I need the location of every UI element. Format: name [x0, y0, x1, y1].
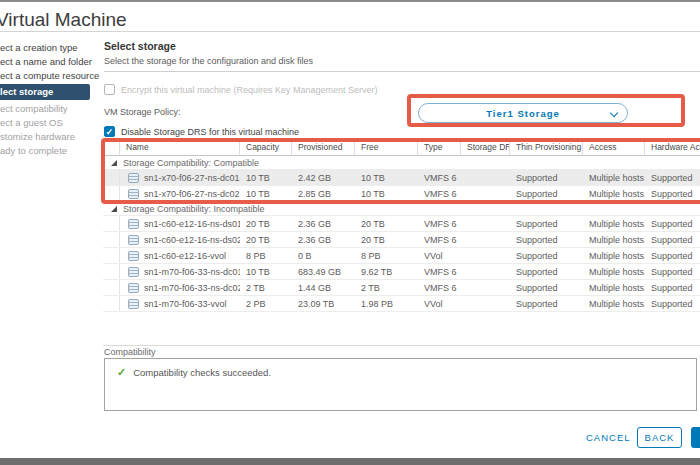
datastore-icon [128, 267, 139, 277]
type-cell: VMFS 6 [418, 216, 461, 231]
datastore-icon [128, 235, 139, 245]
disable-drs-checkbox-row: ✓ Disable Storage DRS for this virtual m… [104, 126, 299, 137]
disable-drs-label: Disable Storage DRS for this virtual mac… [121, 127, 299, 137]
hardware-acceleration-cell: Supported [645, 296, 700, 311]
group-label-compatible: Storage Compatibility: Compatible [123, 158, 259, 168]
access-cell: Multiple hosts [583, 280, 645, 295]
disable-drs-checkbox[interactable]: ✓ [104, 126, 115, 137]
step-select-compatibility[interactable]: ect compatibility [0, 102, 100, 116]
table-row[interactable]: sn1-x70-f06-27-ns-dc02 10 TB 2.85 GB 10 … [103, 186, 700, 202]
step-customize-hardware[interactable]: stomize hardware [0, 130, 100, 144]
group-row-incompatible[interactable]: Storage Compatibility: Incompatible [103, 202, 700, 216]
free-cell: 1.98 PB [355, 296, 418, 311]
table-row[interactable]: sn1-x70-f06-27-ns-dc01 10 TB 2.42 GB 10 … [103, 170, 700, 186]
col-header-provisioned[interactable]: Provisioned [292, 140, 355, 155]
col-header-type[interactable]: Type [418, 140, 461, 155]
row-gutter [103, 264, 120, 279]
capacity-cell: 10 TB [240, 186, 292, 201]
table-row[interactable]: sn1-m70-f06-33-ns-dc01 10 TB 683.49 GB 9… [103, 264, 700, 280]
encrypt-vm-checkbox[interactable] [104, 84, 115, 95]
hardware-acceleration-cell: Supported [645, 170, 700, 185]
access-cell: Multiple hosts [583, 296, 645, 311]
type-cell: VMFS 6 [418, 186, 461, 201]
storage-table: Name Capacity Provisioned Free Type Stor… [103, 140, 700, 346]
col-header-storage-drs[interactable]: Storage DRS [461, 140, 510, 155]
free-cell: 20 TB [355, 216, 418, 231]
step-select-storage[interactable]: lect storage [0, 84, 90, 100]
access-cell: Multiple hosts [583, 216, 645, 231]
thin-provisioning-cell: Supported [510, 170, 583, 185]
datastore-icon [128, 251, 139, 261]
compatibility-message: Compatibility checks succeeded. [133, 367, 271, 378]
step-select-creation-type[interactable]: ect a creation type [0, 41, 100, 55]
capacity-cell: 10 TB [240, 264, 292, 279]
free-cell: 10 TB [355, 170, 418, 185]
provisioned-cell: 2.36 GB [292, 216, 355, 231]
access-cell: Multiple hosts [583, 232, 645, 247]
step-select-compute-resource[interactable]: ect a compute resource [0, 69, 100, 83]
cancel-button[interactable]: CANCEL [586, 432, 631, 443]
hardware-acceleration-cell: Supported [645, 248, 700, 263]
datastore-name-cell: sn1-c60-e12-16-ns-ds02 [120, 232, 240, 247]
group-label-incompatible: Storage Compatibility: Incompatible [123, 204, 265, 214]
thin-provisioning-cell: Supported [510, 248, 583, 263]
vm-storage-policy-dropdown[interactable]: Tier1 Storage [418, 103, 628, 123]
hardware-acceleration-cell: Supported [645, 216, 700, 231]
table-row[interactable]: sn1-c60-e12-16-vvol 8 PB 0 B 8 PB VVol S… [103, 248, 700, 264]
capacity-cell: 20 TB [240, 232, 292, 247]
thin-provisioning-cell: Supported [510, 216, 583, 231]
type-cell: VVol [418, 248, 461, 263]
col-header-free[interactable]: Free [355, 140, 418, 155]
col-header-thin-provisioning[interactable]: Thin Provisioning [510, 140, 583, 155]
type-cell: VMFS 6 [418, 170, 461, 185]
thin-provisioning-cell: Supported [510, 264, 583, 279]
capacity-cell: 10 TB [240, 170, 292, 185]
group-row-compatible[interactable]: Storage Compatibility: Compatible [103, 156, 700, 170]
access-cell: Multiple hosts [583, 264, 645, 279]
type-cell: VVol [418, 296, 461, 311]
free-cell: 10 TB [355, 186, 418, 201]
compatibility-results-box: ✓ Compatibility checks succeeded. [104, 358, 697, 411]
hardware-acceleration-cell: Supported [645, 280, 700, 295]
next-button-partial[interactable] [691, 427, 700, 448]
table-row[interactable]: sn1-c60-e12-16-ns-ds01 20 TB 2.36 GB 20 … [103, 216, 700, 232]
step-ready-to-complete[interactable]: ady to complete [0, 144, 100, 158]
storage-drs-cell [461, 280, 510, 295]
col-header-hardware-acceleration[interactable]: Hardware Acce [645, 140, 700, 155]
window-top-edge [0, 0, 700, 2]
datastore-name: sn1-c60-e12-16-ns-ds02 [144, 232, 240, 247]
datastore-name: sn1-c60-e12-16-ns-ds01 [144, 216, 240, 231]
vm-storage-policy-value: Tier1 Storage [486, 108, 560, 119]
datastore-name: sn1-x70-f06-27-ns-dc02 [144, 186, 240, 201]
table-row[interactable]: sn1-m70-f06-33-vvol 2 PB 23.09 TB 1.98 P… [103, 296, 700, 312]
step-select-name-and-folder[interactable]: ect a name and folder [0, 55, 100, 69]
encrypt-vm-label: Encrypt this virtual machine (Requires K… [121, 85, 378, 95]
datastore-name: sn1-m70-f06-33-ns-dc02 [144, 280, 240, 295]
datastore-icon [128, 189, 139, 199]
type-cell: VMFS 6 [418, 280, 461, 295]
row-gutter [103, 280, 120, 295]
table-row[interactable]: sn1-m70-f06-33-ns-dc02 2 TB 1.44 GB 2 TB… [103, 280, 700, 296]
row-gutter [103, 170, 120, 185]
thin-provisioning-cell: Supported [510, 280, 583, 295]
col-header-access[interactable]: Access [583, 140, 645, 155]
free-cell: 8 PB [355, 248, 418, 263]
datastore-icon [128, 299, 139, 309]
step-select-guest-os[interactable]: ect a guest OS [0, 116, 100, 130]
header-gutter [103, 140, 120, 155]
type-cell: VMFS 6 [418, 264, 461, 279]
table-header-row: Name Capacity Provisioned Free Type Stor… [103, 140, 700, 156]
datastore-name: sn1-m70-f06-33-vvol [144, 296, 227, 311]
free-cell: 20 TB [355, 232, 418, 247]
encrypt-vm-checkbox-row: Encrypt this virtual machine (Requires K… [104, 84, 378, 95]
access-cell: Multiple hosts [583, 170, 645, 185]
datastore-name-cell: sn1-x70-f06-27-ns-dc02 [120, 186, 240, 201]
table-row[interactable]: sn1-c60-e12-16-ns-ds02 20 TB 2.36 GB 20 … [103, 232, 700, 248]
capacity-cell: 2 TB [240, 280, 292, 295]
col-header-name[interactable]: Name [120, 140, 240, 155]
col-header-capacity[interactable]: Capacity [240, 140, 292, 155]
provisioned-cell: 2.36 GB [292, 232, 355, 247]
back-button[interactable]: BACK [637, 427, 682, 448]
provisioned-cell: 683.49 GB [292, 264, 355, 279]
datastore-name-cell: sn1-x70-f06-27-ns-dc01 [120, 170, 240, 185]
